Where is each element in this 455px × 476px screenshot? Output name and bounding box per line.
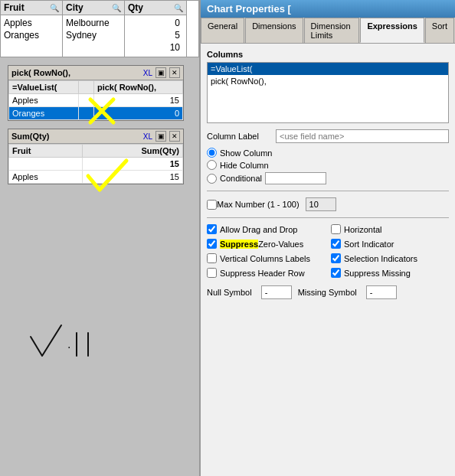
conditional-radio[interactable] bbox=[207, 174, 217, 184]
conditional-input[interactable] bbox=[265, 172, 326, 184]
null-symbol-input[interactable] bbox=[261, 285, 292, 299]
sum-close-btn[interactable]: ✕ bbox=[169, 131, 180, 142]
top-data-table: Fruit 🔍 Apples Oranges City 🔍 Melbourne … bbox=[0, 0, 199, 57]
tab-sort[interactable]: Sort bbox=[425, 18, 454, 43]
max-number-label: Max Number (1 - 100) bbox=[217, 200, 300, 209]
suppress-missing-row: Suppress Missing bbox=[331, 268, 449, 278]
tab-expressions[interactable]: Expressions bbox=[360, 18, 424, 43]
column-label-label: Column Label bbox=[207, 132, 276, 141]
max-number-checkbox[interactable] bbox=[207, 200, 217, 210]
suppress-missing-label: Suppress Missing bbox=[344, 269, 411, 278]
tab-general[interactable]: General bbox=[201, 18, 244, 43]
columns-section-label: Columns bbox=[207, 50, 449, 59]
sort-indicator-label: Sort Indicator bbox=[344, 240, 394, 249]
chart-props-tabs: General Dimensions Dimension Limits Expr… bbox=[201, 18, 455, 44]
pick-title-controls: XL ▣ ✕ bbox=[143, 67, 180, 78]
missing-symbol-input[interactable] bbox=[366, 285, 397, 299]
sum-row2-col1: Apples bbox=[9, 171, 83, 184]
sum-col2-header: Sum(Qty) bbox=[82, 145, 182, 158]
options-checkboxes: Allow Drag and Drop Horizontal Suppress … bbox=[207, 224, 449, 281]
sum-col1-header: Fruit bbox=[9, 145, 83, 158]
horizontal-checkbox[interactable] bbox=[331, 224, 341, 234]
qty-search-icon[interactable]: 🔍 bbox=[174, 4, 183, 12]
city-label: City bbox=[66, 2, 83, 13]
sort-indicator-checkbox[interactable] bbox=[331, 239, 341, 249]
sum-titlebar: Sum(Qty) XL ▣ ✕ bbox=[8, 129, 183, 144]
pick-titlebar: pick( RowNo(), XL ▣ ✕ bbox=[8, 66, 183, 80]
suppress-header-checkbox[interactable] bbox=[207, 268, 217, 278]
qty-value-1: 0 bbox=[128, 17, 180, 29]
sum-row1-col1 bbox=[9, 158, 83, 171]
divider-2 bbox=[207, 217, 449, 218]
qty-body: 0 5 10 bbox=[125, 15, 186, 55]
columns-list[interactable]: =ValueList( pick( RowNo(), bbox=[207, 62, 449, 123]
list-item[interactable]: =ValueList( bbox=[208, 63, 448, 75]
conditional-label: Conditional bbox=[220, 174, 262, 183]
sum-content: Fruit Sum(Qty) 15 Apples 15 bbox=[8, 144, 183, 184]
tab-dimension-limits[interactable]: Dimension Limits bbox=[304, 18, 360, 43]
svg-text:.: . bbox=[67, 337, 70, 350]
pick-maximize-btn[interactable]: ▣ bbox=[155, 67, 166, 78]
pick-row2-col1: Oranges bbox=[9, 107, 79, 120]
chart-properties-panel: Chart Properties [ General Dimensions Di… bbox=[199, 0, 455, 476]
missing-symbol-label: Missing Symbol bbox=[298, 288, 357, 297]
fruit-header: Fruit 🔍 bbox=[1, 1, 62, 15]
pick-title: pick( RowNo(), bbox=[11, 68, 70, 77]
table-row: Oranges 0 bbox=[9, 107, 183, 120]
fruit-value-2: Oranges bbox=[4, 29, 59, 41]
table-row: Apples 15 bbox=[9, 94, 183, 107]
pick-rowno-panel: pick( RowNo(), XL ▣ ✕ =ValueList( pick( … bbox=[8, 65, 184, 121]
city-value-1: Melbourne bbox=[66, 17, 121, 29]
suppress-missing-checkbox[interactable] bbox=[331, 268, 341, 278]
sum-xl-label[interactable]: XL bbox=[143, 132, 152, 141]
sum-title: Sum(Qty) bbox=[11, 132, 50, 141]
qty-value-3: 10 bbox=[128, 41, 180, 54]
max-number-input[interactable] bbox=[306, 197, 336, 211]
sum-row2-col2: 15 bbox=[82, 171, 182, 184]
table-row: Apples 15 bbox=[9, 171, 183, 184]
tab-dimensions[interactable]: Dimensions bbox=[245, 18, 303, 43]
selection-indicators-label: Selection Indicators bbox=[344, 254, 417, 263]
pick-row1-col1: Apples bbox=[9, 94, 79, 107]
show-column-row: Show Column bbox=[207, 148, 449, 158]
vertical-columns-row: Vertical Columns Labels bbox=[207, 253, 325, 263]
column-label-input[interactable] bbox=[276, 129, 449, 143]
pick-table: =ValueList( pick( RowNo(), Apples 15 Ora… bbox=[8, 80, 183, 120]
city-search-icon[interactable]: 🔍 bbox=[112, 4, 121, 12]
pick-col1-header: =ValueList( bbox=[9, 81, 79, 94]
visibility-radio-group: Show Column Hide Column Conditional bbox=[207, 148, 449, 184]
fruit-search-icon[interactable]: 🔍 bbox=[50, 4, 59, 12]
allow-drag-drop-checkbox[interactable] bbox=[207, 224, 217, 234]
suppress-zero-row: Suppress Zero-Values bbox=[207, 239, 325, 249]
city-header: City 🔍 bbox=[63, 1, 124, 15]
null-symbol-label: Null Symbol bbox=[207, 288, 252, 297]
list-item[interactable]: pick( RowNo(), bbox=[208, 75, 448, 87]
suppress-zero-checkbox[interactable] bbox=[207, 239, 217, 249]
qty-label: Qty bbox=[128, 2, 143, 13]
suppress-zero-label: Suppress bbox=[220, 240, 258, 249]
sum-row1-col2: 15 bbox=[82, 158, 182, 171]
pick-row2-col2 bbox=[78, 107, 93, 120]
qty-header: Qty 🔍 bbox=[125, 1, 186, 15]
show-column-label: Show Column bbox=[220, 148, 272, 158]
max-number-row: Max Number (1 - 100) bbox=[207, 197, 449, 211]
suppress-zero-label-rest: Zero-Values bbox=[258, 240, 303, 249]
chart-props-body: Columns =ValueList( pick( RowNo(), Colum… bbox=[201, 44, 455, 305]
show-column-radio[interactable] bbox=[207, 148, 217, 158]
sum-maximize-btn[interactable]: ▣ bbox=[155, 131, 166, 142]
fruit-label: Fruit bbox=[4, 2, 25, 13]
fruit-value-1: Apples bbox=[4, 17, 59, 29]
vertical-columns-checkbox[interactable] bbox=[207, 253, 217, 263]
divider-1 bbox=[207, 191, 449, 191]
chart-props-title: Chart Properties [ bbox=[201, 0, 455, 18]
suppress-header-label: Suppress Header Row bbox=[220, 269, 305, 278]
selection-indicators-checkbox[interactable] bbox=[331, 253, 341, 263]
allow-drag-drop-row: Allow Drag and Drop bbox=[207, 224, 325, 234]
pick-xl-label[interactable]: XL bbox=[143, 69, 152, 77]
pick-close-btn[interactable]: ✕ bbox=[169, 67, 180, 78]
sum-title-controls: XL ▣ ✕ bbox=[143, 131, 180, 142]
selection-indicators-row: Selection Indicators bbox=[331, 253, 449, 263]
hide-column-radio[interactable] bbox=[207, 160, 217, 170]
sort-indicator-row: Sort Indicator bbox=[331, 239, 449, 249]
null-missing-row: Null Symbol Missing Symbol bbox=[207, 285, 449, 299]
